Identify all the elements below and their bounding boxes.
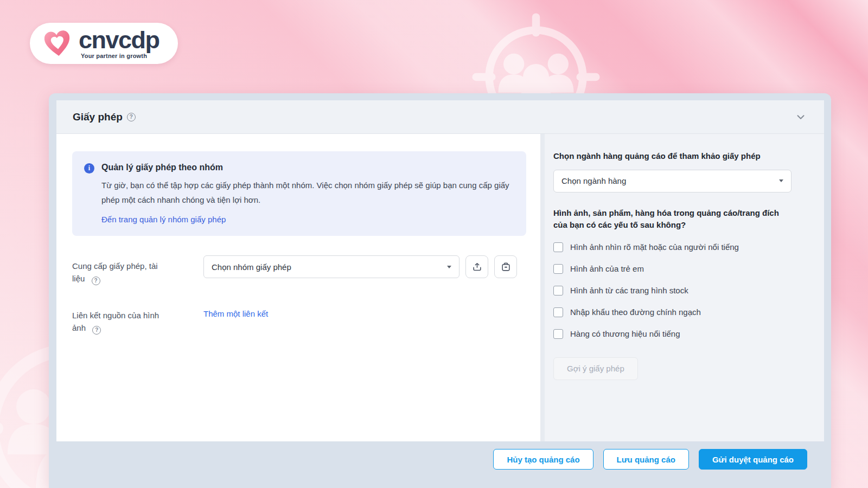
info-icon: i [84, 163, 94, 174]
license-supply-row: Cung cấp giấy phép, tài liệu ? Chọn nhóm… [72, 255, 534, 285]
upload-license-button[interactable] [465, 255, 488, 278]
brand-logo: cnvcdp Your partner in growth [30, 23, 178, 64]
brand-tagline: Your partner in growth [79, 53, 159, 59]
chevron-down-icon [795, 111, 807, 123]
submit-ad-button[interactable]: Gửi duyệt quảng cáo [699, 449, 807, 470]
elements-checklist: Hình ảnh nhìn rõ mặt hoặc của người nổi … [553, 242, 792, 339]
license-group-dropdown[interactable]: Chọn nhóm giấy phép [203, 255, 459, 278]
image-source-row: Liên kết nguồn của hình ảnh ? Thêm một l… [72, 305, 534, 335]
upload-icon [472, 262, 482, 272]
collapse-section-button[interactable] [794, 110, 808, 124]
section-header: Giấy phép ? [56, 100, 824, 134]
license-form-section: i Quản lý giấy phép theo nhóm Từ giờ, bạ… [56, 134, 540, 441]
brand-name: cnvcdp [79, 28, 159, 52]
caret-down-icon [447, 266, 451, 268]
save-ad-button[interactable]: Lưu quảng cáo [603, 449, 689, 470]
checklist-item[interactable]: Nhập khẩu theo đường chính ngạch [553, 307, 792, 317]
elements-question-label: Hình ảnh, sản phẩm, hàng hóa trong quảng… [553, 207, 792, 232]
industry-select-label: Chọn ngành hàng quảng cáo để tham khảo g… [553, 150, 792, 163]
checklist-item[interactable]: Hình ảnh từ các trang hình stock [553, 286, 792, 296]
checklist-item[interactable]: Hàng có thương hiệu nổi tiếng [553, 329, 792, 339]
industry-dropdown-value: Chọn ngành hàng [561, 176, 626, 185]
license-group-info-box: i Quản lý giấy phép theo nhóm Từ giờ, bạ… [72, 151, 526, 236]
license-section-card: Giấy phép ? i Quản lý giấy phép theo nhó… [49, 93, 831, 488]
cancel-ad-button[interactable]: Hủy tạo quảng cáo [493, 449, 593, 470]
checkbox-children-image[interactable] [553, 264, 563, 274]
info-box-body: Từ giờ, bạn có thể tập hợp các giấy phép… [101, 178, 513, 207]
industry-dropdown[interactable]: Chọn ngành hàng [553, 170, 792, 192]
license-group-page-link[interactable]: Đến trang quản lý nhóm giấy phép [101, 215, 226, 224]
archive-box-icon [501, 262, 511, 272]
checkbox-famous-brand[interactable] [553, 329, 563, 339]
checkbox-official-import[interactable] [553, 307, 563, 317]
license-library-button[interactable] [494, 255, 517, 278]
info-box-title: Quản lý giấy phép theo nhóm [101, 162, 513, 174]
vertical-divider [540, 134, 545, 441]
license-suggestion-panel: Chọn ngành hàng quảng cáo để tham khảo g… [545, 134, 824, 441]
caret-down-icon [779, 179, 783, 182]
license-group-dropdown-value: Chọn nhóm giấy phép [212, 262, 291, 272]
heart-logo-icon [42, 28, 73, 59]
license-supply-label: Cung cấp giấy phép, tài liệu ? [72, 255, 203, 285]
suggest-license-button[interactable]: Gợi ý giấy phép [553, 357, 638, 380]
add-link-button[interactable]: Thêm một liên kết [203, 305, 268, 318]
help-icon[interactable]: ? [92, 326, 101, 335]
section-title: Giấy phép [73, 111, 123, 123]
checkbox-celebrity-face[interactable] [553, 242, 563, 252]
help-icon[interactable]: ? [127, 113, 136, 121]
action-footer: Hủy tạo quảng cáo Lưu quảng cáo Gửi duyệ… [49, 441, 831, 488]
checklist-item[interactable]: Hình ảnh nhìn rõ mặt hoặc của người nổi … [553, 242, 792, 252]
checklist-item[interactable]: Hình ảnh của trẻ em [553, 264, 792, 274]
help-icon[interactable]: ? [92, 277, 100, 285]
checkbox-stock-image[interactable] [553, 286, 563, 296]
image-source-label: Liên kết nguồn của hình ảnh ? [72, 305, 203, 335]
